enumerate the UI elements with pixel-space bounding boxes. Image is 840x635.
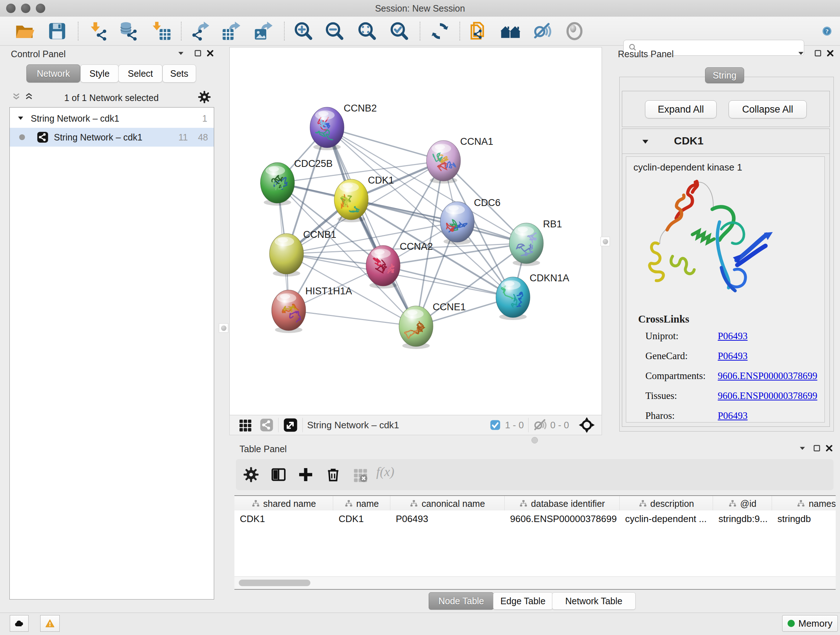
- tab-network-table[interactable]: Network Table: [552, 592, 636, 610]
- edge-HIST1H1A-CCNE1[interactable]: [289, 310, 416, 326]
- panel-menu-icon[interactable]: [797, 443, 807, 453]
- node-HIST1H1A[interactable]: [272, 290, 306, 333]
- panel-float-icon[interactable]: [813, 48, 823, 58]
- table-cell[interactable]: stringdb:9...: [713, 513, 772, 524]
- network-row[interactable]: String Network – cdk1 11 48: [10, 128, 214, 147]
- table-cell[interactable]: CDK1: [333, 513, 390, 524]
- table-row[interactable]: CDK1CDK1P064939606.ENSP00000378699cyclin…: [234, 510, 836, 527]
- detach-view-icon[interactable]: [283, 417, 298, 432]
- import-network-button[interactable]: [87, 20, 109, 42]
- split-column-icon[interactable]: [270, 466, 287, 483]
- open-session-button[interactable]: [14, 20, 35, 42]
- tab-style[interactable]: Style: [80, 65, 118, 82]
- panel-close-icon[interactable]: [825, 48, 835, 58]
- selected-checkbox-icon[interactable]: [489, 419, 501, 431]
- save-session-button[interactable]: [46, 20, 68, 42]
- memory-button[interactable]: Memory: [782, 615, 838, 632]
- add-column-icon[interactable]: [297, 466, 314, 483]
- table-cell[interactable]: CDK1: [234, 513, 333, 524]
- node-CDC25B[interactable]: [261, 163, 294, 206]
- cloud-button[interactable]: [10, 615, 28, 632]
- expand-all-button[interactable]: Expand All: [645, 100, 717, 119]
- panel-float-icon[interactable]: [812, 443, 822, 453]
- tab-sets[interactable]: Sets: [163, 65, 196, 82]
- warnings-button[interactable]: [40, 615, 60, 632]
- node-CCNB1[interactable]: [270, 233, 303, 277]
- share-network-icon[interactable]: [259, 418, 274, 432]
- node-CCNA2[interactable]: [366, 245, 400, 288]
- table-cell[interactable]: stringdb: [772, 513, 840, 524]
- zoom-selected-button[interactable]: [388, 20, 410, 42]
- column-header-database-identifier[interactable]: database identifier: [505, 496, 620, 511]
- zoom-in-button[interactable]: [292, 20, 314, 42]
- right-splitter-handle[interactable]: [600, 237, 610, 246]
- help-button[interactable]: ?: [816, 20, 838, 42]
- home-button[interactable]: [500, 20, 521, 42]
- column-header--id[interactable]: @id: [713, 496, 772, 511]
- node-label-CCNB1: CCNB1: [303, 229, 336, 240]
- crosslink-link[interactable]: P06493: [718, 350, 748, 362]
- crosslink-link[interactable]: P06493: [718, 331, 748, 342]
- node-RB1[interactable]: [509, 223, 543, 266]
- node-CCNE1[interactable]: [399, 306, 433, 349]
- table-gear-icon[interactable]: [243, 466, 259, 483]
- tab-edge-table[interactable]: Edge Table: [493, 592, 553, 610]
- fit-selected-crosshair-icon[interactable]: [578, 417, 595, 433]
- status-bar: Memory: [0, 613, 840, 635]
- table-cell[interactable]: 9606.ENSP00000378699: [505, 513, 620, 524]
- hidden-eye-icon[interactable]: [533, 418, 547, 432]
- import-table-button[interactable]: [151, 20, 172, 42]
- column-header-shared-name[interactable]: shared name: [234, 496, 333, 511]
- node-CCNB2[interactable]: [310, 107, 344, 150]
- table-cell[interactable]: P06493: [390, 513, 505, 524]
- string-document-button[interactable]: [468, 20, 490, 42]
- hide-style-icon: [532, 21, 553, 41]
- eye-button[interactable]: [564, 20, 585, 42]
- crosslink-link[interactable]: 9606.ENSP00000378699: [718, 371, 817, 382]
- left-splitter-handle[interactable]: [219, 323, 228, 333]
- column-header-description[interactable]: description: [620, 496, 713, 511]
- toolbar-separator: [284, 22, 285, 41]
- tab-network[interactable]: Network: [27, 65, 80, 82]
- refresh-button[interactable]: [429, 20, 451, 42]
- tab-string[interactable]: String: [705, 67, 744, 83]
- node-table-body[interactable]: CDK1CDK1P064939606.ENSP00000378699cyclin…: [234, 510, 836, 576]
- panel-float-icon[interactable]: [193, 48, 203, 58]
- section-disclosure-icon[interactable]: [640, 137, 651, 147]
- hide-style-button[interactable]: [531, 20, 553, 42]
- network-canvas[interactable]: CCNB2CCNA1CDC25BCDK1CDC6RB1CCNB1CCNA2CDK…: [229, 47, 602, 416]
- column-fork-icon: [638, 499, 647, 508]
- crosslink-link[interactable]: 9606.ENSP00000378699: [718, 390, 817, 402]
- export-network-button[interactable]: [189, 20, 211, 42]
- table-horizontal-scrollbar[interactable]: [234, 576, 836, 589]
- import-database-button[interactable]: [118, 20, 139, 42]
- delete-table-icon[interactable]: [352, 467, 368, 483]
- scrollbar-thumb[interactable]: [239, 580, 310, 586]
- export-image-button[interactable]: [253, 20, 275, 42]
- delete-column-icon[interactable]: [325, 466, 341, 483]
- selected-count: 1 - 0: [505, 420, 524, 431]
- export-table-button[interactable]: [221, 20, 242, 42]
- collapse-all-button[interactable]: Collapse All: [729, 100, 807, 119]
- zoom-fit-button[interactable]: [356, 20, 378, 42]
- network-collection-row[interactable]: String Network – cdk1 1: [10, 109, 214, 128]
- panel-close-icon[interactable]: [824, 443, 834, 453]
- panel-menu-icon[interactable]: [796, 48, 806, 58]
- column-header-namespace[interactable]: namespace: [772, 496, 836, 511]
- crosslink-link[interactable]: P06493: [718, 410, 748, 421]
- column-header-name[interactable]: name: [333, 496, 390, 511]
- function-builder-button[interactable]: f(x): [376, 464, 394, 479]
- network-options-gear-icon[interactable]: [197, 90, 211, 104]
- disclosure-triangle-icon[interactable]: [16, 114, 25, 123]
- node-table: shared name name canonical name database…: [234, 495, 836, 511]
- panel-menu-icon[interactable]: [176, 48, 186, 58]
- node-CDKN1A[interactable]: [496, 277, 530, 320]
- column-header-canonical-name[interactable]: canonical name: [390, 496, 505, 511]
- tab-select[interactable]: Select: [118, 65, 163, 82]
- panel-close-icon[interactable]: [205, 48, 215, 58]
- tab-node-table[interactable]: Node Table: [429, 592, 494, 610]
- network-overview-grid-icon[interactable]: [238, 418, 252, 432]
- node-CCNA1[interactable]: [426, 141, 461, 184]
- zoom-out-button[interactable]: [324, 20, 345, 42]
- table-cell[interactable]: cyclin-dependent ...: [620, 513, 713, 524]
